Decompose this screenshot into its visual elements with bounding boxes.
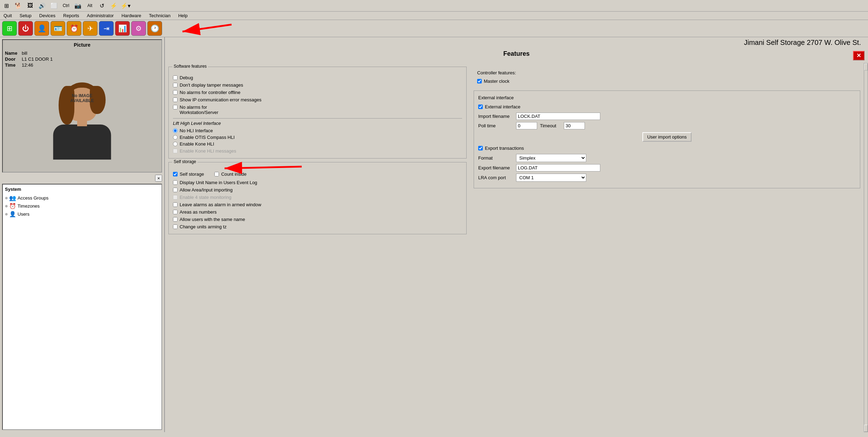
label-tamper[interactable]: Don't display tamper messages (180, 82, 243, 88)
rb-otis: Enable OTIS Compass HLI (173, 134, 462, 141)
quicklaunch-bar: ⊞ ⏻ 👤 🪪 ⏰ ✈ ⇥ 📊 ⚙ 🕐 (0, 20, 868, 37)
menu-technician[interactable]: Technician (148, 13, 172, 19)
label-no-alarms-ws[interactable]: No alarms forWorkstation/Server (180, 105, 218, 115)
radio-otis[interactable] (173, 135, 178, 140)
cb-display-unit: Display Unit Name in Users Event Log (173, 179, 462, 186)
icon-refresh[interactable]: ↺ (97, 1, 107, 11)
export-filename-input[interactable] (516, 164, 600, 172)
checkbox-leave-alarms[interactable] (173, 202, 178, 207)
checkbox-kone-messages[interactable] (173, 149, 178, 153)
label-allow-same-name[interactable]: Allow users with the same name (180, 217, 245, 222)
radio-kone[interactable] (173, 142, 178, 146)
menu-reports[interactable]: Reports (62, 13, 81, 19)
alt-label[interactable]: Alt (85, 1, 95, 11)
icon-lightning2[interactable]: ⚡▾ (121, 1, 131, 11)
poll-time-input[interactable] (516, 122, 537, 129)
time-value: 12:46 (22, 62, 33, 68)
ql-home[interactable]: ⊞ (2, 21, 17, 36)
user-import-options-button[interactable]: User import options (642, 132, 692, 142)
dialog-title: Features (503, 50, 529, 58)
checkbox-export-transactions[interactable] (478, 146, 483, 150)
checkbox-4state[interactable] (173, 195, 178, 200)
controller-features-title: Controller features: (477, 70, 857, 75)
ql-arrow[interactable]: ⇥ (99, 21, 114, 36)
checkbox-change-units[interactable] (173, 224, 178, 229)
ql-card[interactable]: 🪪 (51, 21, 65, 36)
label-otis[interactable]: Enable OTIS Compass HLI (180, 135, 235, 140)
cb-master-clock: Master clock (477, 78, 857, 85)
ql-clock[interactable]: ⏰ (67, 21, 81, 36)
external-interface-box: External interface External interface Im… (474, 90, 860, 188)
label-users: Users (18, 211, 29, 217)
label-areas-numbers[interactable]: Areas as numbers (180, 209, 217, 215)
checkbox-no-alarms-ctrl[interactable] (173, 90, 178, 95)
tree-item-users[interactable]: ⊕ 👤 Users (5, 210, 159, 218)
checkbox-areas-numbers[interactable] (173, 210, 178, 214)
label-kone[interactable]: Enable Kone HLI (180, 141, 214, 147)
checkbox-master-clock[interactable] (477, 79, 482, 83)
timeout-input[interactable] (564, 122, 585, 129)
label-leave-alarms[interactable]: Leave alarms as alarm in armed window (180, 202, 261, 207)
tree-item-timezones[interactable]: ⊕ ⏰ Timezones (5, 202, 159, 210)
import-filename-input[interactable] (516, 113, 600, 120)
ctrl-label[interactable]: Ctrl (61, 1, 71, 11)
ql-person[interactable]: 👤 (34, 21, 49, 36)
checkbox-no-alarms-ws[interactable] (173, 105, 178, 109)
ql-chart[interactable]: 📊 (115, 21, 130, 36)
menu-quit[interactable]: Quit (2, 13, 13, 19)
checkbox-show-ip[interactable] (173, 98, 178, 102)
ql-clock2[interactable]: 🕐 (147, 21, 162, 36)
icon-image[interactable]: 🖼 (25, 1, 35, 11)
checkbox-debug[interactable] (173, 75, 178, 80)
menu-devices[interactable]: Devices (38, 13, 57, 19)
label-master-clock[interactable]: Master clock (484, 79, 509, 84)
menu-setup[interactable]: Setup (18, 13, 33, 19)
checkbox-allow-area[interactable] (173, 188, 178, 192)
checkbox-allow-same-name[interactable] (173, 217, 178, 222)
label-allow-area[interactable]: Allow Area/Input importing (180, 187, 233, 193)
left-panel: Picture Name bill Door L1 C1 DOOR 1 Time… (0, 37, 165, 432)
checkbox-display-unit[interactable] (173, 180, 178, 185)
cb-export-transactions: Export transactions (478, 144, 856, 152)
label-ext-interface[interactable]: External interface (485, 104, 520, 109)
panel-close-btn[interactable]: ✕ (155, 175, 162, 182)
checkbox-tamper[interactable] (173, 83, 178, 87)
label-no-alarms-ctrl[interactable]: No alarms for controller offline (180, 90, 240, 95)
icon-grid[interactable]: ⊞ (1, 1, 11, 11)
ql-plane[interactable]: ✈ (83, 21, 98, 36)
icon-camera[interactable]: 📷 (73, 1, 83, 11)
main-area: Picture Name bill Door L1 C1 DOOR 1 Time… (0, 37, 868, 432)
app-title: Jimani Self Storage 2707 W. Olive St. (744, 39, 861, 46)
checkbox-count-inside[interactable] (214, 172, 219, 176)
ql-power[interactable]: ⏻ (18, 21, 33, 36)
label-change-units[interactable]: Change units arming tz (180, 224, 227, 229)
label-self-storage[interactable]: Self storage (180, 172, 204, 177)
icon-monitor[interactable]: ⬜ (49, 1, 59, 11)
menu-help[interactable]: Help (177, 13, 189, 19)
ql-settings[interactable]: ⚙ (131, 21, 146, 36)
cb-count-inside: Count inside (214, 170, 246, 178)
icon-sound[interactable]: 🔊 (37, 1, 47, 11)
checkbox-self-storage[interactable] (173, 172, 178, 176)
tree-item-access-groups[interactable]: ⊕ 👥 Access Groups (5, 194, 159, 202)
menu-administrator[interactable]: Administrator (86, 13, 115, 19)
label-count-inside[interactable]: Count inside (221, 172, 246, 177)
icon-animal[interactable]: 🐕 (13, 1, 23, 11)
checkbox-ext-interface[interactable] (478, 105, 483, 109)
close-button[interactable]: ✕ (853, 51, 864, 60)
lra-com-port-select[interactable]: COM 1 COM 2 COM 3 COM 4 (516, 174, 586, 182)
label-display-unit[interactable]: Display Unit Name in Users Event Log (180, 180, 257, 185)
label-show-ip[interactable]: Show IP communication error messages (180, 97, 261, 102)
cb-allow-area: Allow Area/Input importing (173, 186, 462, 194)
radio-no-hli[interactable] (173, 128, 178, 133)
format-select[interactable]: Simplex Option2 Option3 (516, 154, 586, 162)
menu-hardware[interactable]: Hardware (120, 13, 142, 19)
label-no-hli[interactable]: No HLI Interface (180, 128, 213, 133)
cb-leave-alarms: Leave alarms as alarm in armed window (173, 201, 462, 208)
no-image-text: No IMAGEAVAILABLE (68, 93, 96, 103)
icon-lightning1[interactable]: ⚡ (109, 1, 119, 11)
scroll-indicator[interactable] (864, 63, 868, 432)
label-export-transactions[interactable]: Export transactions (485, 146, 524, 151)
external-interface-title: External interface (478, 95, 856, 100)
label-debug[interactable]: Debug (180, 75, 193, 80)
